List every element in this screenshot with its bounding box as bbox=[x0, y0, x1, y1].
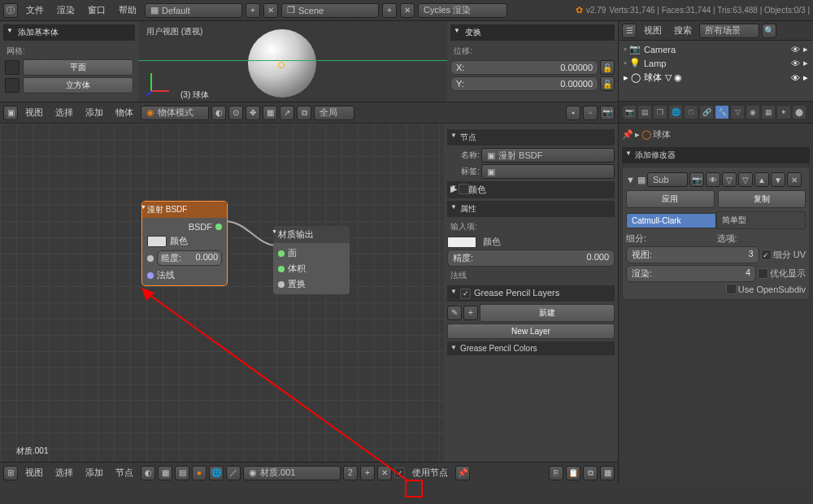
pivot-icon[interactable]: ⊙ bbox=[228, 106, 243, 120]
tab-scene-icon[interactable]: ❐ bbox=[653, 105, 667, 119]
editor-type-3dview-icon[interactable]: ▣ bbox=[3, 106, 18, 120]
gp-new-layer-button[interactable]: New Layer bbox=[447, 324, 615, 339]
tex-type-icon[interactable]: ▤ bbox=[175, 466, 189, 480]
tab-constraints-icon[interactable]: 🔗 bbox=[699, 105, 714, 119]
gp-add-icon[interactable]: + bbox=[463, 306, 478, 320]
tab-data-icon[interactable]: ▽ bbox=[730, 105, 745, 119]
node-editor-canvas[interactable]: 漫射 BSDF BSDF 颜色 糙度:0.000 法线 材质输出 面 体积 置换… bbox=[0, 124, 444, 462]
mod-edit-icon[interactable]: ▽ bbox=[722, 172, 737, 187]
outliner-search-icon[interactable]: 🔍 bbox=[762, 24, 776, 38]
tab-world-icon[interactable]: 🌐 bbox=[668, 105, 683, 119]
menu-render[interactable]: 渲染 bbox=[52, 2, 80, 18]
tab-material-icon[interactable]: ◉ bbox=[746, 105, 760, 119]
line-icon[interactable]: ／ bbox=[226, 466, 241, 480]
mod-render-icon[interactable]: 📷 bbox=[689, 172, 704, 187]
snap-nodes-icon[interactable]: ⧉ bbox=[583, 466, 598, 480]
tree-type-icon[interactable]: ▦ bbox=[158, 466, 172, 480]
obj-mat-icon[interactable]: ● bbox=[192, 466, 207, 480]
add-scene-btn[interactable]: + bbox=[382, 3, 397, 18]
node-diffuse-header[interactable]: 漫射 BSDF bbox=[142, 202, 227, 218]
tab-object-icon[interactable]: □ bbox=[684, 105, 698, 119]
input-color-swatch[interactable] bbox=[447, 237, 476, 248]
node-diffuse-bsdf[interactable]: 漫射 BSDF BSDF 颜色 糙度:0.000 法线 bbox=[142, 202, 227, 285]
use-nodes-checkbox[interactable]: ✓ bbox=[394, 467, 405, 478]
subdiv-view-field[interactable]: 视图:3 bbox=[626, 246, 759, 263]
screen-layout-dropdown[interactable]: ▦ Default bbox=[145, 3, 242, 18]
shader-type-icon[interactable]: ◐ bbox=[141, 466, 155, 480]
render-engine-dropdown[interactable]: Cycles 渲染 bbox=[418, 3, 507, 18]
modifier-apply-button[interactable]: 应用 bbox=[626, 190, 715, 208]
optimal-display-checkbox[interactable] bbox=[758, 268, 768, 279]
node-name-field[interactable]: ▣漫射 BSDF bbox=[481, 148, 615, 163]
node-output-header[interactable]: 材质输出 bbox=[273, 226, 350, 243]
transform-icon[interactable]: ↗ bbox=[280, 106, 294, 120]
loc-y-field[interactable]: Y:0.00000 bbox=[450, 76, 598, 91]
delete-layout-btn[interactable]: ✕ bbox=[263, 3, 278, 18]
tab-layers-icon[interactable]: ▤ bbox=[637, 105, 652, 119]
snap-icon[interactable]: ⧉ bbox=[297, 106, 311, 120]
orientation-dropdown[interactable]: 全局 bbox=[314, 106, 354, 120]
layer-btn-2[interactable]: ▫ bbox=[583, 106, 598, 120]
section-gp-colors[interactable]: Grease Pencil Colors bbox=[447, 341, 615, 355]
modifier-name-field[interactable]: Sub bbox=[647, 172, 688, 187]
add-material-btn[interactable]: + bbox=[360, 466, 375, 480]
3d-viewport[interactable]: 用户视图 (透视) (3) 球体 bbox=[138, 21, 447, 102]
section-gp-layers[interactable]: ✓Grease Pencil Layers bbox=[447, 285, 615, 302]
node-tag-field[interactable]: ▣ bbox=[481, 164, 615, 179]
editor-type-icon[interactable]: ⓘ bbox=[3, 3, 18, 18]
panel-add-primitive[interactable]: 添加基本体 bbox=[3, 24, 135, 41]
mod-delete-icon[interactable]: ✕ bbox=[787, 172, 802, 187]
gp-brush-icon[interactable]: ✎ bbox=[447, 306, 462, 320]
v3d-menu-add[interactable]: 添加 bbox=[80, 105, 108, 120]
pin-icon[interactable]: 📌 bbox=[455, 466, 470, 480]
transform-panel-title[interactable]: 变换 bbox=[450, 24, 615, 41]
section-node[interactable]: 节点 bbox=[447, 129, 615, 146]
input-roughness-field[interactable]: 精度:0.000 bbox=[447, 250, 615, 267]
material-dropdown[interactable]: ◉材质.001 bbox=[243, 466, 341, 480]
tab-physics-icon[interactable]: ⬤ bbox=[792, 105, 806, 119]
loc-x-field[interactable]: X:0.00000 bbox=[450, 60, 598, 75]
v3d-menu-object[interactable]: 物体 bbox=[111, 105, 138, 120]
outliner-item-lamp[interactable]: ◦ 💡Lamp👁▸ bbox=[620, 56, 811, 70]
add-plane-button[interactable]: 平面 bbox=[23, 59, 133, 76]
outliner-item-camera[interactable]: ◦ 📷Camera👁▸ bbox=[620, 42, 811, 56]
world-icon[interactable]: 🌐 bbox=[209, 466, 224, 480]
node-menu-add[interactable]: 添加 bbox=[80, 465, 108, 480]
tab-texture-icon[interactable]: ▦ bbox=[761, 105, 776, 119]
pin-prop-icon[interactable]: 📌 bbox=[622, 129, 633, 140]
node-menu-view[interactable]: 视图 bbox=[20, 465, 48, 480]
v3d-menu-view[interactable]: 视图 bbox=[20, 105, 48, 120]
mod-up-icon[interactable]: ▲ bbox=[754, 172, 769, 187]
mod-view-icon[interactable]: 👁 bbox=[706, 172, 720, 187]
lock-y-icon[interactable]: 🔓 bbox=[600, 76, 615, 91]
subdiv-catmull-tab[interactable]: Catmull-Clark bbox=[626, 213, 716, 228]
outliner-filter-dropdown[interactable]: 所有场景 bbox=[699, 24, 759, 38]
add-modifier-dropdown[interactable]: 添加修改器 bbox=[622, 147, 810, 163]
editor-type-node-icon[interactable]: ⊞ bbox=[3, 466, 18, 480]
diffuse-color-swatch[interactable] bbox=[147, 236, 167, 247]
mod-down-icon[interactable]: ▼ bbox=[771, 172, 785, 187]
gp-new-button[interactable]: 新建 bbox=[480, 304, 615, 322]
subdiv-uv-checkbox[interactable]: ✓ bbox=[761, 250, 772, 260]
layers-icon[interactable]: ▦ bbox=[263, 106, 277, 120]
outliner[interactable]: ◦ 📷Camera👁▸ ◦ 💡Lamp👁▸ ▸ ◯球体▽ ◉👁▸ bbox=[619, 41, 813, 101]
node-menu-select[interactable]: 选择 bbox=[50, 465, 78, 480]
manipulator-icon[interactable]: ✥ bbox=[246, 106, 260, 120]
tab-particles-icon[interactable]: ✦ bbox=[776, 105, 791, 119]
menu-help[interactable]: 帮助 bbox=[114, 2, 141, 18]
backdrop-icon[interactable]: ▦ bbox=[600, 466, 615, 480]
outliner-menu-view[interactable]: 视图 bbox=[639, 23, 667, 38]
section-color[interactable]: ▶颜色 bbox=[447, 181, 615, 198]
roughness-slider[interactable]: 糙度:0.000 bbox=[157, 250, 222, 266]
render-icon[interactable]: 📷 bbox=[600, 106, 615, 120]
paste-nodes-icon[interactable]: 📋 bbox=[566, 466, 580, 480]
outliner-item-sphere[interactable]: ▸ ◯球体▽ ◉👁▸ bbox=[620, 70, 811, 85]
node-menu-node[interactable]: 节点 bbox=[111, 465, 138, 480]
menu-file[interactable]: 文件 bbox=[21, 2, 49, 18]
subdiv-render-field[interactable]: 渲染:4 bbox=[626, 265, 756, 282]
add-cube-button[interactable]: 立方体 bbox=[23, 77, 133, 93]
delete-material-btn[interactable]: ✕ bbox=[377, 466, 392, 480]
mode-dropdown[interactable]: ◉物体模式 bbox=[141, 106, 209, 120]
delete-scene-btn[interactable]: ✕ bbox=[400, 3, 415, 18]
v3d-menu-select[interactable]: 选择 bbox=[50, 105, 78, 120]
